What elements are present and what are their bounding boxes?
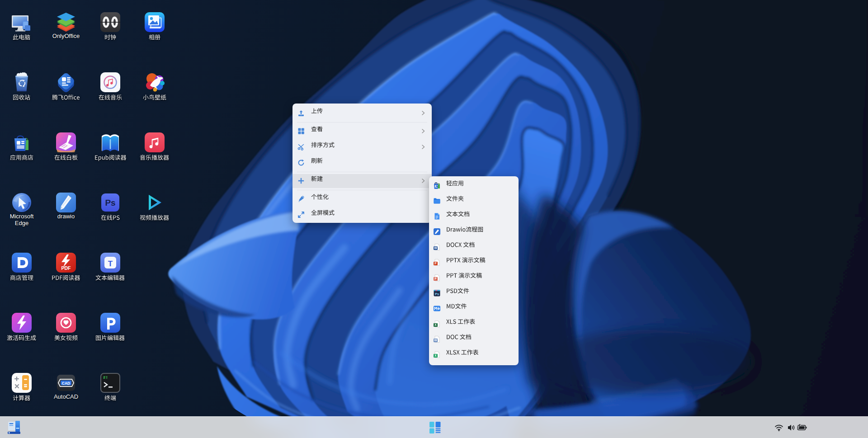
svg-text:Ps: Ps xyxy=(435,292,439,296)
svg-text:W: W xyxy=(434,339,437,342)
svg-text:P: P xyxy=(434,277,437,280)
svg-text:W: W xyxy=(434,246,437,250)
svg-text:X: X xyxy=(434,354,437,357)
svg-text:T: T xyxy=(108,259,113,268)
svg-text:PDF: PDF xyxy=(61,265,71,271)
svg-text:#!: #! xyxy=(103,376,108,380)
svg-text:Ps: Ps xyxy=(105,198,115,207)
svg-text:X: X xyxy=(434,323,437,326)
svg-text:CAD: CAD xyxy=(62,381,70,386)
svg-text:P: P xyxy=(434,262,437,265)
